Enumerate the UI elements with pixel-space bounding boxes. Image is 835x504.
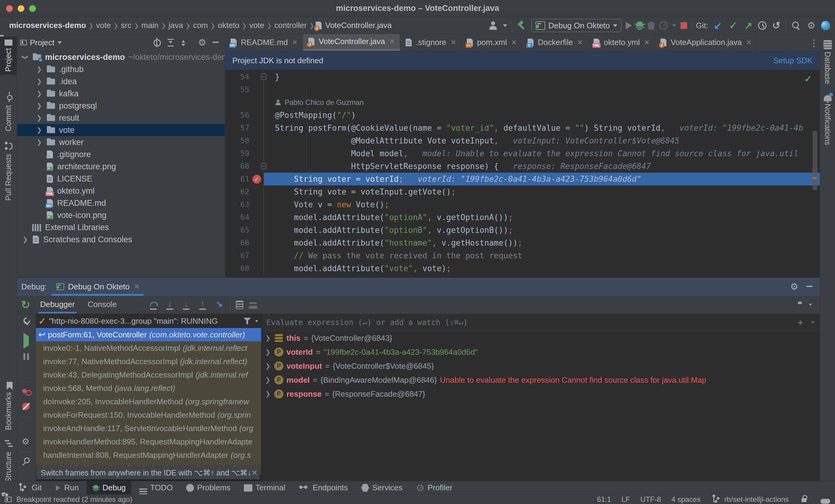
editor-tab-votecontroller-java[interactable]: JVoteController.java✕ [303,34,400,51]
hide-panel-icon[interactable] [211,37,222,48]
thread-selector[interactable]: ✓ "http-nio-8080-exec-3...group "main": … [36,314,261,328]
tree-item--github[interactable]: ❯.github [17,63,225,76]
sidebar-item-pull-requests[interactable]: Pull Requests [0,138,17,204]
breadcrumb-item[interactable]: java [168,21,183,30]
stack-frame-0[interactable]: ↩postForm:61, VoteController (com.okteto… [36,328,261,341]
stack-frame-4[interactable]: invoke:568, Method (java.lang.reflect) [36,381,261,395]
expand-all-icon[interactable] [165,37,176,48]
gutter-marker-slot[interactable] [251,83,263,96]
line-number[interactable]: 60 [225,160,251,173]
tree-item-readme-md[interactable]: MDREADME.md [17,197,225,209]
stack-frame-5[interactable]: doInvoke:205, InvocableHandlerMethod (or… [36,395,261,408]
stack-frame-9[interactable]: handleInternal:808, RequestMappingHandle… [36,448,261,462]
stop-button[interactable] [680,22,687,29]
layout-settings-icon[interactable] [798,301,807,308]
git-push-icon[interactable]: ↗ [743,20,754,31]
tree-item-okteto-yml[interactable]: YMLokteto.yml [17,185,225,197]
editor-tab--stignore[interactable]: .stignore✕ [400,34,461,51]
tree-chevron-icon[interactable]: ❯ [35,90,43,97]
restore-layout-icon[interactable] [249,306,257,309]
layout-settings-dropdown-icon[interactable] [809,304,812,306]
stack-frame-1[interactable]: invoke0:-1, NativeMethodAccessorImpl (jd… [36,341,261,355]
tab-close-icon[interactable]: ✕ [389,38,395,46]
close-hint-icon[interactable]: ✕ [251,468,258,477]
git-update-icon[interactable]: ↙ [712,20,724,31]
stack-frame-8[interactable]: invokeHandlerMethod:895, RequestMappingH… [36,435,261,448]
sidebar-item-database[interactable]: Database [820,37,835,87]
fold-marker-icon[interactable] [261,74,266,80]
coverage-button[interactable] [648,22,655,29]
stack-frame-3[interactable]: invoke:43, DelegatingMethodAccessorImpl … [36,368,261,381]
gutter-marker-slot[interactable] [251,198,263,211]
evaluate-expression-icon[interactable] [236,301,243,309]
breadcrumb-item[interactable]: microservices-demo [9,21,86,30]
code-line-56[interactable]: 56@PostMapping("/") [225,109,820,122]
fold-marker-icon[interactable] [261,163,266,169]
tab-close-icon[interactable]: ✕ [644,39,650,46]
inspections-ok-icon[interactable]: ✓ [804,74,812,84]
toolwindow-button-endpoints[interactable]: Endpoints [293,481,353,495]
breadcrumb-item[interactable]: main [141,21,158,30]
tool-window-switcher-icon[interactable] [5,497,12,502]
tree-item-license[interactable]: LICENSE [17,173,225,185]
code-line-60[interactable]: 60HttpServletResponse response) { respon… [225,160,820,173]
code-line-62[interactable]: 62String vote = voteInput.getVote(); [225,185,820,198]
editor-tab-okteto-yml[interactable]: YMLokteto.yml✕ [588,34,655,51]
status-line-separator[interactable]: LF [622,495,630,504]
debug-session-tab[interactable]: Debug On Okteto ✕ [51,277,144,296]
tree-chevron-icon[interactable]: ❯ [22,53,29,61]
status-file-encoding[interactable]: UTF-8 [640,495,661,504]
breadcrumb-item[interactable]: vote [249,21,264,30]
step-into-icon[interactable]: ↓ [164,299,176,310]
status-cloud-status[interactable] [820,495,830,504]
line-number[interactable]: 62 [225,185,251,198]
line-number[interactable]: 56 [225,109,251,122]
stack-frame-2[interactable]: invoke:77, NativeMethodAccessorImpl (jdk… [36,355,261,368]
tree-item--idea[interactable]: ❯.idea [17,76,225,87]
tab-close-icon[interactable]: ✕ [577,39,583,46]
editor-tab-readme-md[interactable]: MDREADME.md✕ [225,34,303,51]
tree-item-external-libraries[interactable]: External Libraries [17,221,225,233]
profiler-button[interactable] [659,21,668,30]
variable-expand-icon[interactable]: ❯ [265,334,271,342]
gutter-marker-slot[interactable] [251,211,263,224]
stack-frame-7[interactable]: invokeAndHandle:117, ServletInvocableHan… [36,422,261,435]
line-number[interactable]: 54 [225,70,251,83]
breadcrumb-item[interactable]: src [121,21,132,30]
step-over-icon[interactable] [148,299,159,310]
close-session-icon[interactable]: ✕ [134,283,139,291]
gutter-marker-slot[interactable] [251,109,263,122]
code-line-54[interactable]: 54} [225,70,820,83]
tree-item--gitignore[interactable]: ⊘.gitignore [17,148,225,161]
step-out-icon[interactable]: ↑ [197,299,208,310]
code-line-57[interactable]: 57String postForm(@CookieValue(name = "v… [225,122,820,134]
evaluate-dropdown-icon[interactable] [811,321,814,323]
tab-close-icon[interactable]: ✕ [511,39,517,46]
tab-close-icon[interactable]: ✕ [292,39,298,46]
settings-gear-icon[interactable]: ⚙ [806,20,817,31]
variable-row-this[interactable]: ❯this={VoteController@6843} [262,331,820,345]
line-number[interactable]: 68 [225,262,251,275]
mute-breakpoints-icon[interactable] [21,402,32,413]
toolwindow-button-git[interactable]: Git [12,481,47,495]
code-with-me-icon[interactable] [821,21,830,30]
toolwindow-button-services[interactable]: Services [356,481,408,495]
variable-expand-icon[interactable]: ❯ [265,362,271,370]
run-configuration-select[interactable]: Debug On Okteto [531,19,621,32]
breadcrumb-item[interactable]: com [193,21,208,30]
sidebar-item-bookmarks[interactable]: Bookmarks [0,378,17,433]
tree-chevron-icon[interactable]: ❯ [35,114,43,122]
setup-sdk-link[interactable]: Setup SDK [773,56,813,65]
thread-dropdown-icon[interactable] [255,320,258,322]
status-indent-style[interactable]: 4 spaces [671,495,700,504]
sidebar-item-project[interactable]: Project [0,37,17,75]
tree-chevron-icon[interactable]: ❯ [21,236,29,243]
gutter-marker-slot[interactable] [251,134,263,147]
tree-chevron-icon[interactable]: ❯ [35,139,43,146]
pin-tab-icon[interactable] [21,456,32,467]
view-breakpoints-icon[interactable] [21,386,32,397]
line-number[interactable]: 67 [225,249,251,262]
line-number[interactable]: 59 [225,147,251,160]
breadcrumb-item[interactable]: controller [274,21,307,30]
variable-expand-icon[interactable]: ❯ [265,390,271,398]
